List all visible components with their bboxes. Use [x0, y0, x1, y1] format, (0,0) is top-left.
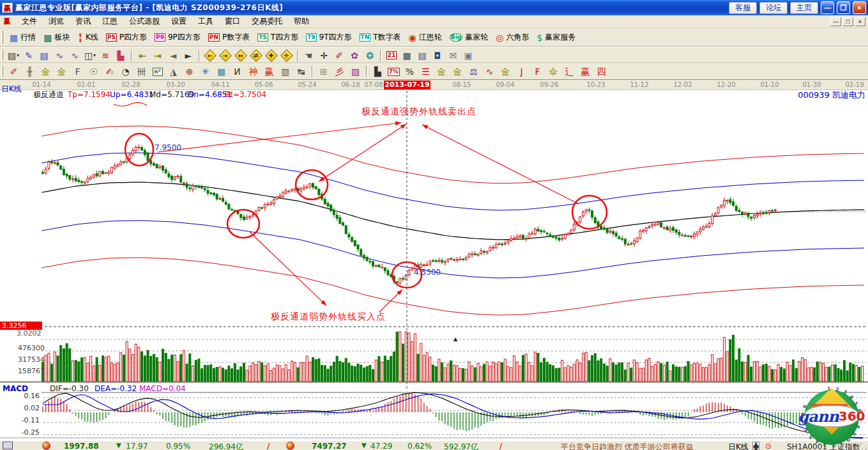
quote-panel-icon[interactable] [3, 442, 13, 449]
color-histogram-button[interactable]: ▙ [114, 49, 128, 62]
mdi-restore-button[interactable]: □ [842, 17, 853, 26]
percent-levels-button[interactable]: ☰ [418, 66, 433, 78]
market-quotes-button[interactable]: ▦行情 [6, 30, 40, 45]
mdi-minimize-button[interactable]: — [830, 17, 841, 26]
notepad-button[interactable]: ▤ [415, 49, 429, 62]
gold-angle-button[interactable]: 伞 [546, 66, 561, 78]
index2-chart-icon[interactable]: ∕ [499, 442, 502, 450]
menu-item-2[interactable]: 资讯 [70, 15, 96, 28]
period-selector-label[interactable]: 日K线 [728, 442, 749, 450]
wave-band-button[interactable]: ∿ [482, 66, 497, 78]
first-bar-button[interactable]: ⇤ [135, 49, 149, 62]
zoom-swap-button[interactable]: ⇄ [249, 49, 263, 62]
next-bar-button[interactable]: ► [181, 49, 195, 62]
wave-3-button[interactable]: ∿ [52, 49, 66, 62]
minimize-button[interactable]: — [821, 1, 834, 14]
sectors-button[interactable]: ▩板块 [40, 30, 73, 45]
gold-ratio-2-button[interactable]: 金 [54, 66, 69, 78]
broadcast-icon[interactable]: ⊙ [765, 442, 772, 450]
percent-button[interactable]: % [402, 66, 417, 78]
measure-tool-button[interactable]: ⚖ [466, 66, 481, 78]
crosshair-cursor-button[interactable]: ✛ [317, 49, 331, 62]
freehand-line-button[interactable]: ✐ [332, 49, 346, 62]
kline-chart-button[interactable]: ╏K线 [73, 30, 102, 45]
time-cycle-button[interactable]: ◔ [118, 66, 133, 78]
draw-pen-button[interactable]: ✐ [6, 66, 21, 78]
four-line-button[interactable]: 四 [594, 66, 609, 78]
god-tool-button[interactable]: 神 [246, 66, 261, 78]
menu-item-9[interactable]: 帮助 [288, 15, 315, 28]
p-number-table-button[interactable]: PNP数字表 [204, 30, 254, 45]
winner-angle-button[interactable]: 赢 [578, 66, 593, 78]
spiral-tool-button[interactable]: ☉ [86, 66, 101, 78]
t-number-table-button[interactable]: TNT数字表 [356, 30, 405, 45]
index1-chart-icon[interactable]: ∕ [267, 442, 270, 450]
mdi-close-button[interactable]: × [855, 17, 865, 26]
forum-button[interactable]: 论坛 [759, 2, 788, 14]
fibonacci-grid-button[interactable]: F [70, 66, 85, 78]
winner-service-button[interactable]: $赢家服务 [533, 30, 579, 45]
gold-fan-button[interactable]: 金 [498, 66, 513, 78]
zoom-left-button[interactable]: ← [203, 49, 217, 62]
gann-grid-button[interactable]: ╫ [22, 66, 37, 78]
toolbar-grip[interactable] [1, 66, 3, 77]
winner-tool-button[interactable]: 赢 [262, 66, 277, 78]
9t-square-button[interactable]: T99T四方形 [302, 30, 355, 45]
gradient-box-button[interactable]: ▨ [348, 66, 363, 78]
zoom-reset-button[interactable]: ✛ [280, 49, 294, 62]
zoom-right-button[interactable]: → [218, 49, 232, 62]
menu-item-0[interactable]: 文件 [16, 15, 43, 28]
send-report-button[interactable]: ✉ [446, 49, 460, 62]
menu-item-7[interactable]: 窗口 [219, 15, 246, 28]
angle-line-button[interactable]: ◮ [166, 66, 181, 78]
homepage-button[interactable]: 主页 [790, 2, 818, 14]
price-grid-button[interactable]: 卌 [134, 66, 149, 78]
matrix-grid-button[interactable]: ▦ [214, 66, 229, 78]
pan-hand-button[interactable]: ☚ [301, 49, 316, 62]
wave-9-button[interactable]: ∿ [68, 49, 82, 62]
gold-ratio-1-button[interactable]: 金 [38, 66, 53, 78]
customer-service-button[interactable]: 客服 [729, 2, 757, 14]
menu-item-1[interactable]: 浏览 [43, 15, 70, 28]
p-square-button[interactable]: PSP四方形 [102, 30, 151, 45]
gold-circle-button[interactable]: 金 [434, 66, 449, 78]
width-measure-button[interactable]: ↹ [294, 66, 308, 78]
toolbar-grip[interactable] [1, 31, 3, 43]
n-wave-button[interactable]: И [230, 66, 245, 78]
menu-item-8[interactable]: 交易委托 [246, 15, 288, 28]
hexagon-tool-button[interactable]: ◎六角形 [492, 30, 533, 45]
pattern-search-button[interactable]: ✎ [22, 49, 36, 62]
menu-item-5[interactable]: 设置 [165, 15, 192, 28]
close-button[interactable]: × [853, 1, 866, 14]
star-rays-button[interactable]: ✳ [198, 66, 213, 78]
gann-flower-button[interactable]: ✿ [347, 49, 362, 62]
calendar-tool-button[interactable]: 21 [385, 49, 399, 62]
save-button[interactable]: ◘ [430, 49, 445, 62]
ladder-grid-button[interactable]: ▥ [278, 66, 293, 78]
candle-style-dropdown-button[interactable]: ◫▾ [83, 49, 97, 62]
menu-item-4[interactable]: 公式选股 [123, 15, 165, 28]
zoom-horizontal-button[interactable]: ↔ [234, 49, 248, 62]
toolbar-grip[interactable] [1, 50, 3, 61]
stats-column-button[interactable]: ▙ [370, 66, 385, 78]
chart-style-dropdown-button[interactable]: ▤▾ [6, 49, 20, 62]
smart-analysis-button[interactable]: ❂ [363, 49, 377, 62]
menu-item-3[interactable]: 江恩 [96, 15, 123, 28]
percent-zone-button[interactable]: 7% [386, 66, 401, 78]
gold-levels-button[interactable]: 金 [450, 66, 465, 78]
remote-service-button[interactable]: ▣ [461, 49, 475, 62]
t-square-button[interactable]: TST四方形 [254, 30, 302, 45]
menu-item-6[interactable]: 工具 [192, 15, 219, 28]
draw-pen-2-button[interactable]: ✍ [102, 66, 117, 78]
9p-square-button[interactable]: P99P四方形 [151, 30, 204, 45]
news-marquee[interactable]: 平台竞争日趋激烈 优质手游公司将获益 [561, 442, 694, 450]
period-spinner[interactable]: ▲▼ [752, 442, 759, 450]
gann-script-tool-button[interactable]: ≋ [98, 49, 112, 62]
restore-button[interactable]: ❐ [837, 1, 850, 14]
f-angle-button[interactable]: F [530, 66, 545, 78]
region-box-button[interactable]: ⊞ [316, 66, 331, 78]
f10-info-button[interactable]: ▤ [37, 49, 51, 62]
fan-lines-button[interactable]: 彡 [332, 66, 347, 78]
prev-bar-button[interactable]: ◄ [166, 49, 180, 62]
calculator-button[interactable]: ▦ [400, 49, 414, 62]
